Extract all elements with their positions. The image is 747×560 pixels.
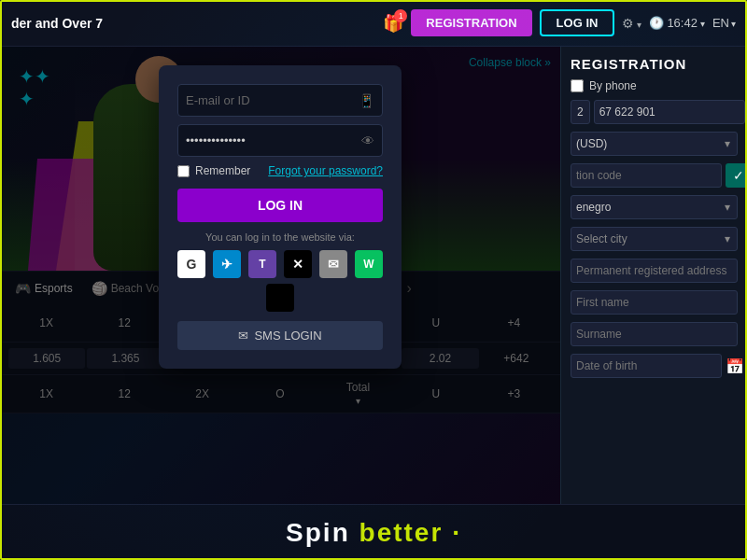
country-wrapper: enegro: [571, 195, 738, 219]
currency-wrapper: (USD): [571, 132, 738, 156]
dob-input[interactable]: [571, 354, 722, 378]
login-overlay: 📱 👁 Remember Forgot your password?: [0, 47, 560, 504]
telegram-login-button[interactable]: ✈: [213, 250, 241, 278]
x-login-button[interactable]: ✕: [284, 250, 312, 278]
apple-login-button[interactable]: [266, 284, 294, 312]
registration-title: REGISTRATION: [571, 56, 738, 72]
phone-prefix: 2: [571, 100, 590, 124]
gift-button[interactable]: 🎁 1: [383, 13, 403, 34]
content-area: ✦✦✦ Collapse block » 🎮 Esports 🏐 Beach V…: [0, 47, 747, 504]
address-input[interactable]: [571, 259, 738, 283]
currency-select[interactable]: (USD): [571, 132, 738, 156]
login-submit-button[interactable]: LOG IN: [177, 189, 383, 222]
email-input-row: 📱: [177, 84, 383, 117]
left-panel: ✦✦✦ Collapse block » 🎮 Esports 🏐 Beach V…: [0, 47, 560, 504]
by-phone-checkbox[interactable]: [571, 79, 584, 92]
google-login-button[interactable]: G: [177, 250, 205, 278]
promo-check-button[interactable]: ✓: [726, 163, 747, 188]
promo-input[interactable]: [571, 163, 722, 188]
wechat-login-button[interactable]: W: [355, 250, 383, 278]
social-icons-row1: G ✈ T ✕ ✉ W: [177, 250, 383, 278]
by-phone-row: By phone: [571, 79, 738, 92]
social-login-text: You can log in to the website via:: [177, 231, 383, 243]
login-modal: 📱 👁 Remember Forgot your password?: [159, 65, 402, 369]
email-input[interactable]: [186, 85, 359, 116]
gift-badge: 1: [394, 9, 407, 22]
first-name-input[interactable]: [571, 290, 738, 315]
surname-input[interactable]: [571, 322, 738, 346]
phone-input-row: 2 ✉: [571, 100, 738, 124]
calendar-icon: 📅: [726, 357, 744, 375]
mail-login-button[interactable]: ✉: [319, 250, 347, 278]
phone-input[interactable]: [594, 100, 745, 124]
right-panel: REGISTRATION By phone 2 ✉ (USD) ✓: [560, 47, 747, 504]
forgot-password-link[interactable]: Forgot your password?: [268, 164, 383, 177]
remember-label[interactable]: Remember: [177, 164, 250, 177]
remember-row: Remember Forgot your password?: [177, 164, 383, 177]
sms-login-button[interactable]: ✉ SMS LOGIN: [177, 321, 383, 350]
password-input-row: 👁: [177, 124, 383, 157]
sms-icon: ✉: [238, 329, 248, 343]
password-input[interactable]: [186, 125, 361, 156]
city-select[interactable]: Select city: [571, 227, 738, 251]
country-select[interactable]: enegro: [571, 195, 738, 219]
phone-icon: 📱: [359, 93, 374, 108]
twitch-login-button[interactable]: T: [248, 250, 276, 278]
dob-row: 📅: [571, 354, 738, 378]
remember-checkbox[interactable]: [177, 165, 190, 177]
promo-input-row: ✓: [571, 163, 738, 188]
social-icons-row2: [177, 284, 383, 312]
eye-icon[interactable]: 👁: [361, 133, 374, 148]
city-wrapper: Select city: [571, 227, 738, 251]
